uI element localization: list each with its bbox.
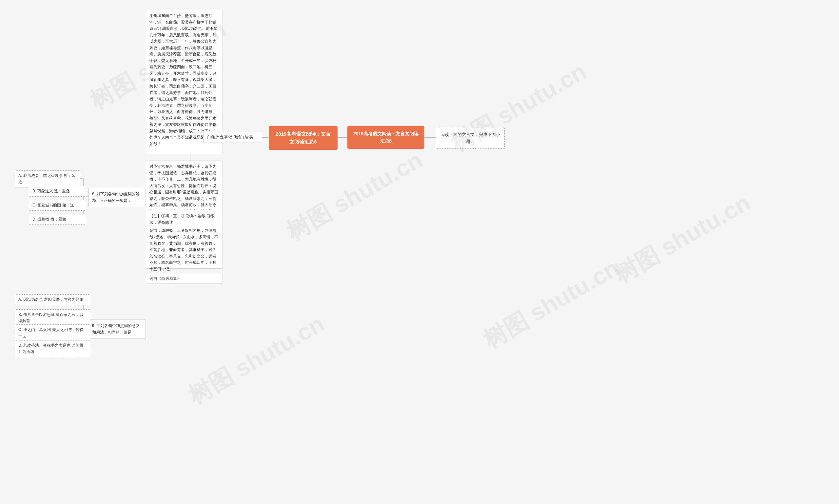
- option-q9-a[interactable]: A. 因以为名也 君因我哗，与君为兄弟: [15, 294, 90, 305]
- question-9-box: 9. 下列各句中加点词的意义和用法，相同的一组是: [89, 320, 146, 339]
- connector-lines: [0, 0, 839, 504]
- option-q8-a[interactable]: A. 狎清涟者，谓之碧波亭 狎：亲近: [15, 170, 80, 187]
- option-q8-d[interactable]: D. 成胜概 概：景象: [29, 214, 86, 225]
- right-node[interactable]: 2019高考语文阅读：文言文阅读汇总6: [347, 126, 424, 149]
- watermark-4: 树图 shutu.cn: [609, 187, 756, 290]
- option-q8-c[interactable]: C. 杨君城书贻图 贻：送: [29, 200, 86, 211]
- watermark-5: 树图 shutu.cn: [182, 308, 330, 411]
- canvas: 树图 shutu.cn 树图 shutu.cn 树图 shutu.cn 树图 s…: [0, 0, 839, 504]
- option-q9-d[interactable]: D. 若改茶法、变税书之类是也 若闻置且为所虑: [15, 340, 90, 357]
- notes-box: 【注】①耩：置，尽 ②存：连续 ③限续：逐条陈述: [146, 210, 223, 229]
- article-title-node: 白蘋洲五亭记 [唐]白居易: [203, 131, 262, 143]
- source-box: 选自《白居易集》: [146, 274, 223, 284]
- option-q9-c[interactable]: C. 康之由、革兴利 夫人之相与，俯仰一世: [15, 324, 90, 341]
- center-node[interactable]: 2019高考语文阅读：文言文阅读汇总6: [269, 126, 338, 150]
- watermark-2: 树图 shutu.cn: [281, 144, 428, 247]
- far-right-node: 阅读下面的文言文，完成下面小题。: [436, 128, 505, 149]
- option-q9-b[interactable]: B. 作八角亭以游息焉 焉百家之言，以愿黔首: [15, 309, 90, 326]
- option-q8-b[interactable]: B. 万象迭入 迭：重叠: [29, 186, 86, 197]
- question-8-box: 8. 对下列各句中加点词的解释，不正确的一项是：: [89, 188, 146, 207]
- watermark-6: 树图 shutu.cn: [478, 252, 625, 356]
